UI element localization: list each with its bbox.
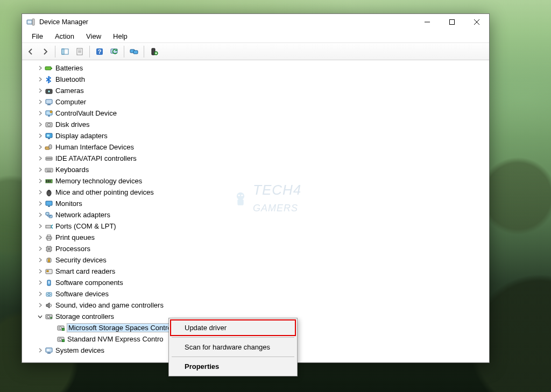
help-button[interactable] [93,45,106,58]
security-icon [45,256,53,265]
collapse-icon[interactable] [36,313,44,320]
expand-icon[interactable] [36,110,44,117]
device-category[interactable]: ControlVault Device [26,108,489,119]
expand-icon[interactable] [36,166,44,174]
ctx-scan-hardware[interactable]: Scan for hardware changes [171,339,295,355]
device-category[interactable]: Mice and other pointing devices [26,187,489,198]
device-category[interactable]: Computer [26,96,489,108]
device-tree[interactable]: BatteriesBluetoothCamerasComputerControl… [22,60,489,362]
tree-item-label: Human Interface Devices [55,143,134,151]
expand-icon[interactable] [36,211,44,219]
maximize-button[interactable] [440,14,464,30]
expand-icon[interactable] [36,87,44,95]
expand-icon[interactable] [36,65,44,72]
device-category[interactable]: IDE ATA/ATAPI controllers [26,153,489,164]
tree-item-label: Computer [55,98,86,106]
context-menu: Update driverScan for hardware changesPr… [168,318,298,376]
expand-icon[interactable] [36,76,44,83]
menu-view[interactable]: View [82,31,105,41]
nav-back-button[interactable] [24,45,37,58]
device-category[interactable]: Security devices [26,254,489,266]
tree-item-label: Sound, video and game controllers [55,301,164,309]
printer-icon [45,233,53,242]
camera-icon [45,87,53,95]
swdev-icon [45,290,53,298]
tree-item-label: Keyboards [55,166,89,174]
expand-icon[interactable] [36,121,44,129]
menu-action[interactable]: Action [51,31,79,41]
toolbar-separator [55,46,55,58]
device-category[interactable]: Cameras [26,85,489,96]
ctx-update-driver[interactable]: Update driver [171,320,295,336]
device-category[interactable]: Processors [26,243,489,254]
context-menu-separator [172,357,294,357]
scan-hardware-button[interactable] [108,45,121,58]
expand-icon[interactable] [36,245,44,253]
device-category[interactable]: Software devices [26,288,489,300]
device-category[interactable]: Sound, video and game controllers [26,300,489,311]
tree-item-label: IDE ATA/ATAPI controllers [55,154,137,162]
device-category[interactable]: Display adapters [26,130,489,141]
expand-icon[interactable] [36,132,44,140]
menu-help[interactable]: Help [109,31,132,41]
expand-icon [48,336,55,343]
display-icon [45,132,53,140]
device-category[interactable]: Network adapters [26,209,489,220]
monitors-button[interactable] [128,45,140,58]
expand-icon[interactable] [36,268,44,275]
add-legacy-button[interactable] [147,45,160,58]
tree-item-label: Monitors [55,199,82,208]
properties-button[interactable] [73,45,86,58]
expand-icon [48,324,55,332]
expand-icon[interactable] [36,144,44,151]
svg-rect-2 [32,19,34,25]
device-category[interactable]: Human Interface Devices [26,141,489,153]
tree-item-label: Software devices [55,290,109,298]
expand-icon[interactable] [36,98,44,106]
device-category[interactable]: Disk drives [26,119,489,130]
nav-forward-button[interactable] [39,45,52,58]
show-hide-tree-button[interactable] [59,45,72,58]
expand-icon[interactable] [36,290,44,298]
device-category[interactable]: Smart card readers [26,266,489,277]
device-category[interactable]: Batteries [26,62,489,74]
tree-item-label: Network adapters [55,211,110,219]
expand-icon[interactable] [36,256,44,264]
device-category[interactable]: Print queues [26,232,489,243]
expand-icon[interactable] [36,279,44,287]
device-category[interactable]: Memory technology devices [26,175,489,187]
device-category[interactable]: Ports (COM & LPT) [26,220,489,232]
close-button[interactable] [464,14,489,30]
tree-item-label: Standard NVM Express Contro [67,335,163,343]
tree-item-label: Cameras [55,87,84,95]
controlvault-icon [45,109,53,118]
expand-icon[interactable] [36,223,44,230]
sound-icon [45,301,53,310]
expand-icon[interactable] [36,200,44,208]
expand-icon[interactable] [36,189,44,196]
mouse-icon [45,188,53,197]
network-icon [45,211,53,219]
expand-icon[interactable] [36,234,44,241]
device-category[interactable]: Keyboards [26,164,489,175]
expand-icon[interactable] [36,347,44,354]
system-icon [45,346,53,355]
device-category[interactable]: Monitors [26,198,489,209]
expand-icon[interactable] [36,302,44,309]
expand-icon[interactable] [36,155,44,162]
desktop-background: Device Manager File Action View Help Bat… [0,0,551,392]
cpu-icon [45,245,53,253]
monitor-icon [45,199,53,208]
tree-item-label: Smart card readers [55,267,115,275]
device-category[interactable]: Bluetooth [26,74,489,85]
context-menu-separator [172,337,294,338]
menu-file[interactable]: File [27,31,47,41]
device-category[interactable]: Software components [26,277,489,288]
ctx-properties[interactable]: Properties [171,359,295,374]
storage-ctrl-icon [56,335,65,344]
device-manager-window: Device Manager File Action View Help Bat… [22,13,490,363]
window-title: Device Manager [39,18,88,26]
tree-item-label: Ports (COM & LPT) [55,222,116,230]
expand-icon[interactable] [36,177,44,185]
minimize-button[interactable] [415,14,440,30]
